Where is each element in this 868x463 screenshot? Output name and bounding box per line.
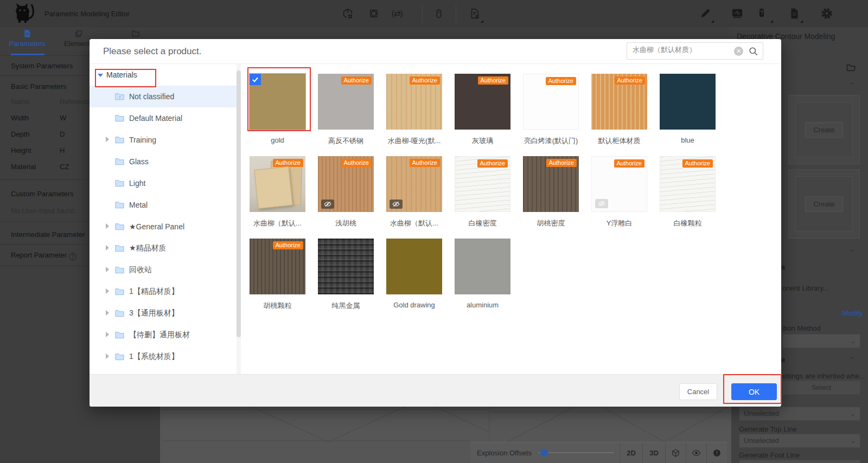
monitor-activity-icon[interactable] — [731, 8, 743, 20]
authorize-badge[interactable]: Authorize — [615, 76, 645, 85]
system-parameters-heading[interactable]: System Parameters — [11, 62, 73, 70]
collapse-chevron-icon[interactable]: ⌃ — [850, 82, 855, 88]
node-graph-icon[interactable] — [368, 8, 380, 20]
view-2d-button[interactable]: 2D — [620, 442, 642, 463]
tree-item-★general-panel[interactable]: ★General Panel — [90, 216, 237, 237]
ok-button[interactable]: OK — [731, 383, 777, 400]
authorize-badge[interactable]: Authorize — [477, 159, 508, 168]
material-swatch[interactable] — [386, 239, 442, 294]
custom-parameters-heading[interactable]: Custom Parameters — [11, 190, 74, 198]
authorize-badge[interactable]: Authorize — [410, 159, 440, 167]
countertop-select[interactable]: Unselected⌄ — [739, 407, 860, 421]
slider-handle[interactable] — [540, 449, 548, 456]
tree-item-3-[interactable]: 3【通用板材】 — [90, 303, 237, 324]
authorize-badge[interactable]: Authorize — [273, 159, 303, 167]
material-card[interactable]: Authorize默认柜体材质 — [591, 74, 647, 146]
authorize-badge[interactable]: Authorize — [341, 159, 372, 167]
tree-scrollbar-thumb[interactable] — [237, 70, 241, 337]
material-swatch[interactable]: Authorize — [660, 156, 716, 212]
material-swatch[interactable]: Authorize — [591, 156, 647, 212]
pencil-icon[interactable] — [699, 8, 711, 20]
intermediate-parameter-heading[interactable]: Intermediate Parameter — [11, 230, 85, 239]
expand-right-icon[interactable] — [106, 288, 109, 294]
folder-open-icon[interactable] — [846, 63, 856, 72]
collapse-chevron-icon[interactable]: ⌃ — [850, 356, 855, 362]
material-card[interactable]: Authorize水曲柳-哑光(默... — [386, 74, 442, 146]
material-swatch[interactable]: Authorize — [386, 74, 442, 130]
selected-check-icon[interactable] — [250, 74, 261, 85]
generate-top-line-select[interactable]: Unselected⌄ — [739, 434, 860, 448]
search-icon[interactable] — [748, 46, 758, 56]
expand-right-icon[interactable] — [106, 267, 109, 272]
material-swatch[interactable]: Authorize — [455, 74, 510, 130]
document-gear-icon[interactable] — [469, 8, 481, 20]
collapse-chevron-icon[interactable]: ⌃ — [850, 249, 855, 255]
tree-item--[interactable]: 回收站 — [90, 259, 237, 281]
modify-link[interactable]: Modify — [842, 309, 863, 317]
material-swatch[interactable] — [250, 74, 305, 130]
material-card[interactable]: Authorize水曲柳（默认... — [250, 156, 305, 228]
material-card[interactable]: Authorize高反不锈钢 — [318, 74, 374, 146]
material-card[interactable]: Gold drawing — [386, 239, 442, 311]
authorize-badge[interactable]: Authorize — [546, 77, 576, 85]
tree-item-default-material[interactable]: Default Material — [90, 107, 237, 129]
search-input[interactable] — [633, 46, 730, 54]
explosion-offsets-slider[interactable] — [538, 452, 614, 453]
expand-right-icon[interactable] — [106, 245, 109, 250]
authorize-badge[interactable]: Authorize — [341, 76, 372, 85]
tree-scrollbar[interactable] — [237, 64, 241, 374]
gear-icon[interactable] — [821, 8, 833, 20]
document-icon[interactable] — [788, 8, 800, 20]
material-swatch[interactable]: Authorize — [523, 156, 579, 212]
material-card[interactable]: AuthorizeY浮雕白 — [591, 156, 647, 228]
clear-search-icon[interactable]: ✕ — [734, 47, 743, 56]
expand-right-icon[interactable] — [106, 310, 109, 316]
material-card[interactable]: Authorize灰玻璃 — [455, 74, 510, 146]
cube-view-icon[interactable] — [665, 442, 686, 463]
tab-parameters[interactable]: Parameters — [3, 29, 52, 48]
material-card[interactable]: aluminium — [455, 239, 510, 311]
material-card[interactable]: Authorize胡桃密度 — [523, 156, 579, 228]
material-swatch[interactable] — [318, 239, 374, 294]
material-swatch[interactable]: Authorize — [250, 156, 305, 212]
material-swatch[interactable] — [660, 74, 716, 130]
generate-foot-line-select[interactable] — [739, 460, 860, 463]
material-swatch[interactable]: Authorize — [386, 156, 442, 212]
tree-item-★-[interactable]: ★精品材质 — [90, 237, 237, 259]
warning-info-icon[interactable] — [706, 442, 727, 463]
material-card[interactable]: Authorize白橡颗粒 — [660, 156, 716, 228]
material-swatch[interactable]: Authorize — [591, 74, 647, 130]
material-card[interactable]: Authorize亮白烤漆(默认门) — [523, 74, 579, 146]
expand-right-icon[interactable] — [106, 353, 109, 359]
material-card[interactable]: Authorize胡桃颗粒 — [250, 239, 305, 311]
expand-right-icon[interactable] — [106, 223, 109, 229]
authorize-badge[interactable]: Authorize — [273, 241, 303, 249]
material-swatch[interactable]: Authorize — [318, 156, 374, 212]
tree-item--[interactable]: 【待删】通用板材 — [90, 324, 237, 346]
material-card[interactable]: blue — [660, 74, 716, 146]
material-swatch[interactable]: Authorize — [250, 239, 305, 294]
tree-item-metal[interactable]: Metal — [90, 194, 237, 216]
cancel-button[interactable]: Cancel — [679, 383, 717, 400]
authorize-badge[interactable]: Authorize — [410, 76, 440, 85]
authorize-badge[interactable]: Authorize — [478, 76, 508, 85]
expand-right-icon[interactable] — [106, 137, 109, 142]
expand-down-icon[interactable] — [98, 74, 103, 77]
authorize-badge[interactable]: Authorize — [682, 159, 713, 168]
authorize-badge[interactable]: Authorize — [546, 159, 577, 167]
material-card[interactable]: Authorize白橡密度 — [455, 156, 510, 228]
material-swatch[interactable] — [455, 239, 510, 294]
view-3d-button[interactable]: 3D — [642, 442, 665, 463]
material-card[interactable]: gold — [250, 74, 305, 146]
tree-item-1-[interactable]: 1【系统材质】 — [90, 346, 237, 368]
expand-right-icon[interactable] — [106, 332, 109, 337]
create-button[interactable]: Create — [805, 122, 843, 138]
tree-item-light[interactable]: Light — [90, 172, 237, 194]
eye-visibility-icon[interactable] — [686, 442, 706, 463]
help-icon[interactable]: ? — [758, 8, 770, 20]
tree-item-1-[interactable]: 1【精品材质】 — [90, 281, 237, 303]
position-method-select[interactable]: ⌄ — [782, 334, 860, 348]
model-cube-icon[interactable] — [342, 8, 354, 20]
report-help-icon[interactable]: ? — [69, 253, 76, 260]
tree-item-not-classified[interactable]: ? Not classified — [90, 86, 237, 107]
